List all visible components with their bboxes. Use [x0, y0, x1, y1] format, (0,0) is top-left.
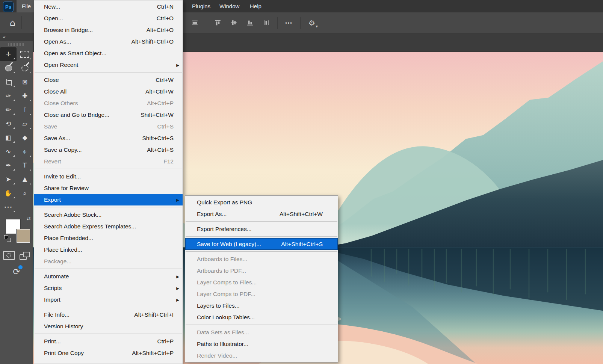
collapse-dock-button[interactable]: « — [0, 33, 33, 41]
gear-icon[interactable]: ⚙▼ — [307, 18, 317, 28]
frame-tool[interactable]: ⊠ — [17, 75, 33, 89]
menu-item-package[interactable]: Package... — [34, 255, 183, 267]
menu-item-save-a-copy[interactable]: Save a Copy...Alt+Ctrl+S — [34, 144, 183, 156]
zoom-tool[interactable]: ⌕ — [17, 186, 33, 200]
submenu-item-quick-export-as-png[interactable]: Quick Export as PNG — [185, 196, 338, 208]
submenu-item-layers-to-files[interactable]: Layers to Files... — [185, 300, 338, 311]
menu-item-save[interactable]: SaveCtrl+S — [34, 121, 183, 132]
menu-item-invite-to-edit[interactable]: Invite to Edit... — [34, 171, 183, 182]
menu-item-print[interactable]: Print...Ctrl+P — [34, 335, 183, 347]
submenu-item-export-preferences[interactable]: Export Preferences... — [185, 223, 338, 235]
menu-item-label: Close and Go to Bridge... — [44, 112, 109, 118]
menu-item-close[interactable]: CloseCtrl+W — [34, 74, 183, 86]
menu-item-revert[interactable]: RevertF12 — [34, 156, 183, 167]
menu-window[interactable]: Window — [214, 0, 245, 12]
submenu-item-layer-comps-to-files[interactable]: Layer Comps to Files... — [185, 276, 338, 288]
menu-item-place-embedded[interactable]: Place Embedded... — [34, 232, 183, 244]
menu-item-save-as[interactable]: Save As...Shift+Ctrl+S — [34, 132, 183, 144]
menu-item-share-for-review[interactable]: Share for Review — [34, 182, 183, 194]
menu-item-print-one-copy[interactable]: Print One CopyAlt+Shift+Ctrl+P — [34, 347, 183, 359]
submenu-item-save-for-web-legacy[interactable]: Save for Web (Legacy)...Alt+Shift+Ctrl+S — [185, 238, 338, 250]
home-button[interactable]: ⌂ — [4, 12, 21, 33]
default-colors-icon[interactable] — [4, 235, 11, 242]
menu-item-version-history[interactable]: Version History — [34, 320, 183, 332]
menu-item-place-linked[interactable]: Place Linked... — [34, 244, 183, 255]
gradient-tool-icon: ◧ — [5, 134, 11, 141]
submenu-item-paths-to-illustrator[interactable]: Paths to Illustrator... — [185, 338, 338, 350]
distribute-horizontal-centers-icon[interactable] — [261, 18, 271, 28]
history-brush-tool[interactable]: ⟲ — [0, 117, 17, 131]
submenu-item-artboards-to-files[interactable]: Artboards to Files... — [185, 253, 338, 265]
menu-item-label: Layer Comps to Files... — [197, 279, 257, 286]
sync-button[interactable]: ⟳ — [11, 266, 22, 277]
menu-item-label: Save a Copy... — [44, 147, 82, 153]
menu-item-scripts[interactable]: Scripts▶ — [34, 282, 183, 294]
menu-item-import[interactable]: Import▶ — [34, 294, 183, 305]
hand-tool[interactable]: ✋ — [0, 186, 17, 200]
menu-item-close-and-go-to-bridge[interactable]: Close and Go to Bridge...Shift+Ctrl+W — [34, 109, 183, 121]
align-top-edges-icon[interactable] — [213, 18, 222, 28]
edit-toolbar-button[interactable]: ••• — [0, 200, 17, 214]
menu-item-export[interactable]: Export▶ — [34, 194, 183, 205]
menu-item-shortcut: Alt+Shift+Ctrl+S — [281, 241, 338, 248]
brush-tool-icon: ✏ — [6, 107, 11, 113]
spot-healing-brush-tool[interactable]: ✚ — [17, 89, 33, 103]
dodge-tool[interactable]: ⌽ — [17, 145, 33, 159]
history-brush-tool-icon: ⟲ — [6, 121, 11, 127]
distribute-vertical-centers-icon[interactable] — [229, 18, 239, 28]
menu-item-label: Save — [44, 123, 57, 130]
submenu-item-render-video[interactable]: Render Video... — [185, 350, 338, 361]
align-vertical-centers-icon[interactable] — [190, 18, 199, 28]
gradient-tool[interactable]: ◧ — [0, 131, 17, 145]
menu-item-file-info[interactable]: File Info...Alt+Shift+Ctrl+I — [34, 309, 183, 320]
menu-plugins[interactable]: Plugins — [187, 0, 216, 12]
pen-tool[interactable]: ✒ — [0, 159, 17, 172]
menu-item-close-all[interactable]: Close AllAlt+Ctrl+W — [34, 86, 183, 97]
more-options-icon[interactable]: ••• — [284, 18, 294, 28]
menu-item-open-recent[interactable]: Open Recent▶ — [34, 59, 183, 71]
brush-tool[interactable]: ✏ — [0, 103, 17, 117]
object-selection-tool[interactable] — [17, 61, 33, 75]
menu-item-search-adobe-express-templates[interactable]: Search Adobe Express Templates... — [34, 221, 183, 232]
submenu-item-artboards-to-pdf[interactable]: Artboards to PDF... — [185, 265, 338, 276]
path-selection-tool[interactable]: ➤ — [0, 172, 17, 186]
submenu-item-data-sets-as-files[interactable]: Data Sets as Files... — [185, 326, 338, 338]
selection-brush-tool[interactable] — [0, 61, 17, 75]
clone-stamp-tool[interactable]: ⍑ — [17, 103, 33, 117]
background-swatch[interactable] — [17, 229, 30, 243]
menu-item-search-adobe-stock[interactable]: Search Adobe Stock... — [34, 209, 183, 221]
menu-item-open[interactable]: Open...Ctrl+O — [34, 12, 183, 24]
menu-item-label: Layer Comps to PDF... — [197, 291, 255, 298]
eraser-tool[interactable]: ▱ — [17, 117, 33, 131]
menu-item-close-others[interactable]: Close OthersAlt+Ctrl+P — [34, 97, 183, 109]
menu-item-label: Export As... — [197, 211, 227, 217]
shape-tool[interactable]: ▲ — [17, 172, 33, 186]
submenu-item-export-as[interactable]: Export As...Alt+Shift+Ctrl+W — [185, 208, 338, 220]
menu-item-label: Share for Review — [44, 185, 89, 192]
align-bottom-edges-icon[interactable] — [245, 18, 255, 28]
menu-item-browse-in-bridge[interactable]: Browse in Bridge...Alt+Ctrl+O — [34, 24, 183, 36]
screen-mode-button[interactable] — [20, 252, 30, 259]
menu-item-new[interactable]: New...Ctrl+N — [34, 1, 183, 12]
swap-colors-icon[interactable]: ⇄ — [27, 216, 31, 221]
menu-file[interactable]: File — [17, 0, 36, 12]
photoshop-window: Ps File Plugins Window Help ⌂ •••⚙▼ « ✛⊠… — [0, 0, 603, 364]
submenu-item-color-lookup-tables[interactable]: Color Lookup Tables... — [185, 311, 338, 323]
menu-separator — [34, 267, 183, 270]
crop-tool[interactable] — [0, 75, 17, 89]
menu-item-label: Revert — [44, 158, 61, 165]
dock-grip-handle[interactable] — [8, 43, 25, 46]
rectangular-marquee-tool[interactable] — [17, 47, 33, 61]
type-tool-icon: T — [23, 162, 27, 169]
type-tool[interactable]: T — [17, 159, 33, 172]
menu-help[interactable]: Help — [245, 0, 267, 12]
blur-tool[interactable]: ◆ — [17, 131, 33, 145]
menu-item-automate[interactable]: Automate▶ — [34, 270, 183, 282]
eyedropper-tool[interactable]: ✑ — [0, 89, 17, 103]
menu-item-open-as-smart-object[interactable]: Open as Smart Object... — [34, 47, 183, 59]
submenu-item-layer-comps-to-pdf[interactable]: Layer Comps to PDF... — [185, 288, 338, 300]
quick-mask-mode-button[interactable] — [3, 251, 15, 260]
mixer-brush-tool[interactable]: ∿ — [0, 145, 17, 159]
menu-item-open-as[interactable]: Open As...Alt+Shift+Ctrl+O — [34, 36, 183, 47]
move-tool[interactable]: ✛ — [0, 47, 17, 61]
